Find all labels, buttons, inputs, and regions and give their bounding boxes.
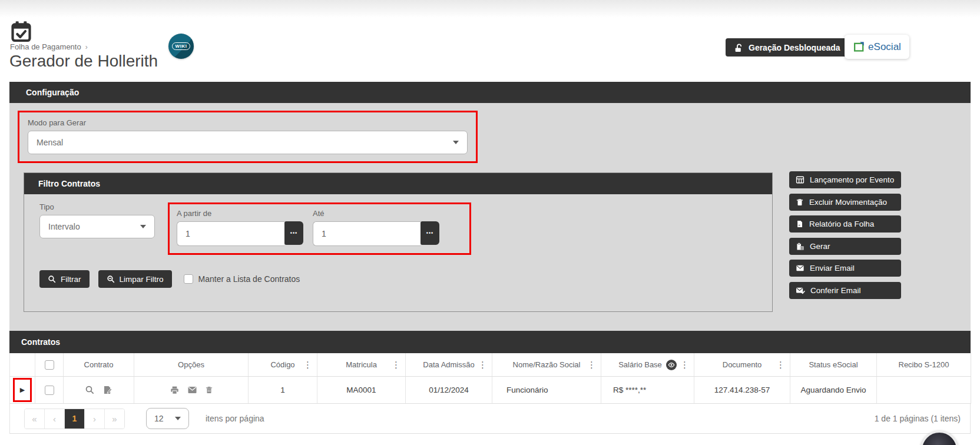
breadcrumb-chevron-icon: › [85,43,88,51]
expand-column-header [10,353,35,377]
salario-cell: R$ ****,** [601,377,694,404]
matricula-cell: MA0001 [317,377,406,404]
ate-input[interactable] [313,221,421,246]
email-icon[interactable] [187,386,197,394]
highlight-modo-para-gerar: Modo para Gerar Mensal [18,111,478,163]
ate-lookup-button[interactable]: ••• [421,221,439,245]
print-icon[interactable] [170,386,180,395]
col-recibo-s1200: Recibo S-1200 [877,353,971,377]
recibo-cell [877,377,971,404]
contratos-header: Contratos [9,331,971,353]
pager-summary: 1 de 1 páginas (1 itens) [875,414,961,423]
a-partir-de-label: A partir de [177,209,303,218]
wiki-label: WIKI [172,42,191,50]
modo-para-gerar-select[interactable]: Mensal [28,131,468,154]
salario-visibility-toggle[interactable] [666,360,677,370]
column-menu-icon[interactable]: ⋮ [678,360,691,370]
filtro-contratos-header: Filtro Contratos [24,173,772,194]
col-matricula: Matricula ⋮ [317,353,406,377]
ellipsis-icon: ••• [290,230,297,236]
current-page-button[interactable]: 1 [64,409,84,429]
row-select-cell [35,377,64,404]
configuracao-body: Modo para Gerar Mensal Filtro Contratos … [9,103,971,331]
generation-unlocked-label: Geração Desbloqueada [749,43,840,52]
gerar-button[interactable]: Gerar [789,238,901,255]
column-menu-icon[interactable]: ⋮ [476,360,489,370]
a-partir-de-lookup-button[interactable]: ••• [284,221,303,245]
col-documento: Documento ⋮ [694,353,790,377]
column-menu-icon[interactable]: ⋮ [390,360,402,370]
col-data-admissao: Data Admissão ⋮ [406,353,492,377]
a-partir-de-group: A partir de ••• [177,209,303,246]
filtrar-label: Filtrar [61,275,81,284]
modo-para-gerar-label: Modo para Gerar [28,118,468,127]
view-contract-icon[interactable] [85,385,95,395]
edit-contract-icon[interactable] [102,385,112,395]
table-header-row: Contrato Opções Código ⋮ Matricula ⋮ Dat… [10,353,971,377]
last-page-button[interactable]: » [104,409,124,429]
column-menu-icon[interactable]: ⋮ [585,360,598,370]
page-size-value: 12 [154,414,164,423]
col-nome-razao-social: Nome/Razão Social ⋮ [492,353,601,377]
contratos-title: Contratos [21,337,60,347]
pager-buttons: « ‹ 1 › » [24,409,125,429]
tipo-label: Tipo [39,202,155,211]
opcoes-cell [134,377,249,404]
excluir-movimentacao-label: Excluir Movimentação [809,198,887,207]
delete-icon[interactable] [205,386,213,394]
tipo-value: Intervalo [48,222,80,231]
page-title: Gerador de Hollerith [9,52,158,71]
row-checkbox[interactable] [45,386,54,395]
filtro-contratos-title: Filtro Contratos [38,179,100,188]
calendar-check-icon [9,20,33,44]
relatorio-da-folha-label: Relatório da Folha [809,220,874,228]
chevron-down-icon [453,141,459,144]
documento-cell: 127.414.238-57 [694,377,790,404]
pagination-bar: « ‹ 1 › » 12 itens por página 1 de 1 pág… [9,404,971,434]
first-page-button[interactable]: « [25,409,44,429]
select-all-checkbox[interactable] [45,360,54,370]
contratos-table: Contrato Opções Código ⋮ Matricula ⋮ Dat… [9,353,971,404]
lancamento-por-evento-label: Lançamento por Evento [810,175,894,184]
contrato-cell [64,377,134,404]
filtrar-button[interactable]: Filtrar [39,270,90,288]
conferir-email-label: Conferir Email [810,286,861,295]
codigo-cell: 1 [249,377,317,404]
page-size-select[interactable]: 12 [146,408,189,429]
filtro-contratos-body: Tipo Intervalo A partir de [24,194,772,288]
clipboard-calculator-icon [796,242,804,251]
data-admissao-cell: 01/12/2024 [406,377,492,404]
column-menu-icon[interactable]: ⋮ [774,360,787,370]
breadcrumb-link[interactable]: Folha de Pagamento [10,42,81,51]
expand-row-icon[interactable]: ▶ [20,386,25,394]
conferir-email-button[interactable]: Conferir Email [789,282,901,299]
generation-unlocked-button[interactable]: Geração Desbloqueada [726,38,849,57]
highlight-expand-arrow: ▶ [13,378,32,402]
envelope-check-icon [796,287,805,294]
esocial-button[interactable]: eSocial [845,35,909,59]
column-menu-icon[interactable]: ⋮ [302,360,314,370]
excluir-movimentacao-button[interactable]: Excluir Movimentação [789,194,901,211]
status-esocial-cell: Aguardando Envio [790,377,877,404]
tipo-select[interactable]: Intervalo [39,215,155,238]
file-icon [796,220,804,228]
limpar-filtro-button[interactable]: Limpar Filtro [98,270,172,288]
breadcrumb: Folha de Pagamento › [10,42,88,51]
contratos-section: Contratos Contrato Opções Código ⋮ Matri… [9,331,971,434]
envelope-icon [796,264,804,272]
a-partir-de-input[interactable] [177,221,284,246]
lancamento-por-evento-button[interactable]: Lançamento por Evento [789,171,901,188]
enviar-email-button[interactable]: Enviar Email [789,260,901,277]
gerador-de-hollerith-page: Folha de Pagamento › Gerador de Hollerit… [0,0,980,445]
configuracao-section: Configuração Modo para Gerar Mensal Filt… [9,82,971,331]
manter-lista-checkbox[interactable] [184,274,193,284]
wiki-badge[interactable]: WIKI [168,34,194,59]
eye-icon [668,361,675,368]
prev-page-button[interactable]: ‹ [44,409,64,429]
gerar-label: Gerar [810,242,830,251]
highlight-range-fields: A partir de ••• Até [168,202,471,255]
next-page-button[interactable]: › [84,409,104,429]
trash-icon [796,198,804,207]
relatorio-da-folha-button[interactable]: Relatório da Folha [789,215,901,233]
esocial-logo-icon [853,41,865,53]
